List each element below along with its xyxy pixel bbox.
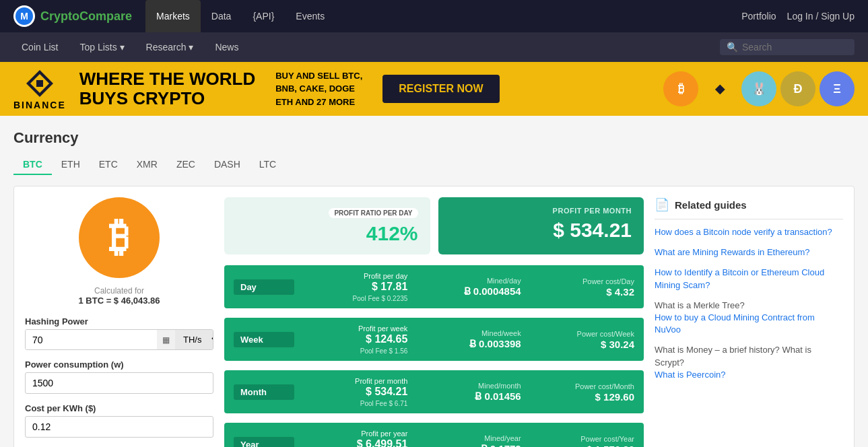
currency-tabs: BTC ETH ETC XMR ZEC DASH LTC: [13, 155, 855, 175]
bnb-coin-icon: ◆: [702, 71, 737, 106]
profit-month-main: Profit per month $ 534.21 Pool Fee $ 6.7…: [294, 376, 407, 408]
tab-dash[interactable]: DASH: [205, 155, 250, 175]
profit-ratio-day-value: 412%: [236, 222, 418, 245]
mined-month: Mined/month Ƀ 0.01456: [407, 381, 521, 403]
data-row-day-header: Day Profit per day $ 17.81 Pool Fee $ 0.…: [224, 265, 644, 308]
tab-eth[interactable]: ETH: [52, 155, 90, 175]
nav-item-data[interactable]: Data: [201, 0, 242, 32]
power-cost-day: Power cost/Day $ 4.32: [521, 277, 634, 298]
period-day: Day: [234, 279, 294, 295]
portfolio-link[interactable]: Portfolio: [741, 11, 776, 22]
tab-xmr[interactable]: XMR: [127, 155, 167, 175]
profit-week-main: Profit per week $ 124.65 Pool Fee $ 1.56: [294, 323, 407, 355]
document-icon: 📄: [655, 197, 669, 212]
banner-subtext: BUY AND SELL BTC, BNB, CAKE, DOGE ETH AN…: [275, 69, 362, 109]
power-consumption-input[interactable]: [25, 372, 213, 394]
sub-nav-news[interactable]: News: [207, 32, 246, 62]
logo-part1: Crypto: [40, 9, 79, 23]
search-box: 🔍: [720, 39, 855, 55]
guide-link-3: What is a Merkle Tree?: [655, 300, 745, 310]
register-button[interactable]: REGISTER NOW: [382, 75, 499, 103]
period-year: Year: [234, 437, 294, 448]
main-layout: ₿ Calculated for 1 BTC = $ 46,043.86 Has…: [13, 186, 855, 447]
logo-area: M CryptoCompare: [13, 5, 132, 27]
power-consumption-group: Power consumption (w): [25, 359, 213, 394]
banner-coins: ₿ ◆ 🐰 Ð Ξ: [663, 71, 855, 106]
logo-text: CryptoCompare: [40, 9, 132, 24]
nav-item-api[interactable]: {API}: [242, 0, 285, 32]
power-consumption-label: Power consumption (w): [25, 359, 213, 370]
profit-day-main: Profit per day $ 17.81 Pool Fee $ 0.2235: [294, 271, 407, 303]
cost-per-kwh-group: Cost per KWh ($): [25, 403, 213, 438]
banner-headline: WHERE THE WORLD BUYS CRYPTO: [79, 69, 255, 108]
period-week: Week: [234, 332, 294, 347]
left-panel: ₿ Calculated for 1 BTC = $ 46,043.86 Has…: [25, 197, 213, 447]
mined-week: Mined/week Ƀ 0.003398: [407, 329, 521, 350]
binance-diamond-icon: [24, 67, 56, 100]
hashing-power-label: Hashing Power: [25, 316, 213, 326]
banner: BINANCE WHERE THE WORLD BUYS CRYPTO BUY …: [0, 62, 868, 116]
main-nav: Markets Data {API} Events: [145, 0, 741, 32]
binance-logo: BINANCE: [13, 67, 66, 110]
sub-nav: Coin List Top Lists ▾ Research ▾ News 🔍: [0, 32, 868, 62]
tab-btc[interactable]: BTC: [13, 155, 52, 175]
data-row-week-header: Week Profit per week $ 124.65 Pool Fee $…: [224, 318, 644, 361]
login-link[interactable]: Log In / Sign Up: [787, 11, 855, 22]
guide-link-2[interactable]: How to Identify a Bitcoin or Ethereum Cl…: [655, 267, 843, 291]
power-cost-month: Power cost/Month $ 129.60: [521, 382, 634, 403]
hashing-power-input[interactable]: [26, 330, 157, 349]
nav-item-events[interactable]: Events: [285, 0, 335, 32]
hashing-power-group: Hashing Power ▦ TH/s GH/s MH/s: [25, 316, 213, 350]
eth-coin-icon: Ξ: [820, 71, 855, 106]
guide-link-7[interactable]: What is Peercoin?: [655, 369, 843, 381]
cost-per-kwh-label: Cost per KWh ($): [25, 403, 213, 413]
related-guides-header: 📄 Related guides: [655, 197, 843, 219]
hashing-power-input-row: ▦ TH/s GH/s MH/s: [25, 329, 213, 350]
svg-text:M: M: [20, 11, 28, 22]
data-row-week: Week Profit per week $ 124.65 Pool Fee $…: [224, 318, 644, 361]
data-row-year-header: Year Profit per year $ 6,499.51 Pool Fee…: [224, 423, 644, 447]
related-guides-title: Related guides: [675, 199, 747, 211]
guide-link-4[interactable]: How to buy a Cloud Mining Contract from …: [655, 312, 843, 336]
profit-ratio-day-box: PROFIT RATIO PER DAY 412%: [224, 197, 430, 254]
sub-nav-toplists[interactable]: Top Lists ▾: [71, 32, 132, 62]
center-panel: PROFIT RATIO PER DAY 412% PROFIT PER MON…: [224, 197, 644, 447]
data-row-year: Year Profit per year $ 6,499.51 Pool Fee…: [224, 423, 644, 447]
sub-nav-research[interactable]: Research ▾: [138, 32, 202, 62]
page-title: Currency: [13, 129, 855, 147]
calculated-label: Calculated for: [94, 286, 144, 296]
binance-brand-text: BINANCE: [13, 100, 66, 110]
tab-ltc[interactable]: LTC: [250, 155, 286, 175]
mined-year: Mined/year Ƀ 0.1772: [407, 434, 521, 447]
sub-nav-coinlist[interactable]: Coin List: [13, 32, 66, 62]
btc-logo: ₿: [79, 197, 160, 278]
guide-link-5: What is Money – a brief history?: [655, 345, 780, 355]
right-panel: 📄 Related guides How does a Bitcoin node…: [655, 197, 843, 447]
data-row-day: Day Profit per day $ 17.81 Pool Fee $ 0.…: [224, 265, 644, 308]
search-input[interactable]: [742, 42, 848, 53]
top-nav-right: Portfolio Log In / Sign Up: [741, 11, 855, 22]
profit-year-main: Profit per year $ 6,499.51 Pool Fee $ 81…: [294, 428, 407, 447]
doge-coin-icon: Ð: [780, 71, 815, 106]
profit-ratio-day-label: PROFIT RATIO PER DAY: [329, 208, 418, 218]
guide-link-1[interactable]: What are Mining Rewards in Ethereum?: [655, 246, 843, 259]
page-content: Currency BTC ETH ETC XMR ZEC DASH LTC ₿ …: [0, 116, 868, 447]
cost-per-kwh-input[interactable]: [25, 416, 213, 438]
hashing-power-calculator-icon: ▦: [157, 330, 175, 349]
search-icon: 🔍: [727, 42, 738, 53]
logo-part2: Compare: [79, 9, 132, 23]
data-row-month-header: Month Profit per month $ 534.21 Pool Fee…: [224, 370, 644, 413]
profit-summary: PROFIT RATIO PER DAY 412% PROFIT PER MON…: [224, 197, 644, 254]
nav-item-markets[interactable]: Markets: [145, 0, 201, 32]
guide-link-0[interactable]: How does a Bitcoin node verify a transac…: [655, 226, 843, 238]
logo-icon: M: [13, 5, 35, 27]
calculated-value: 1 BTC = $ 46,043.86: [78, 296, 160, 306]
hashing-power-unit-select[interactable]: TH/s GH/s MH/s: [175, 330, 213, 349]
rabbit-coin-icon: 🐰: [741, 71, 776, 106]
svg-rect-4: [36, 80, 43, 87]
profit-per-month-box: PROFIT PER MONTH $ 534.21: [438, 197, 644, 254]
period-month: Month: [234, 384, 294, 400]
tab-zec[interactable]: ZEC: [167, 155, 205, 175]
tab-etc[interactable]: ETC: [90, 155, 127, 175]
power-cost-year: Power cost/Year $ 1,576.80: [521, 434, 634, 448]
